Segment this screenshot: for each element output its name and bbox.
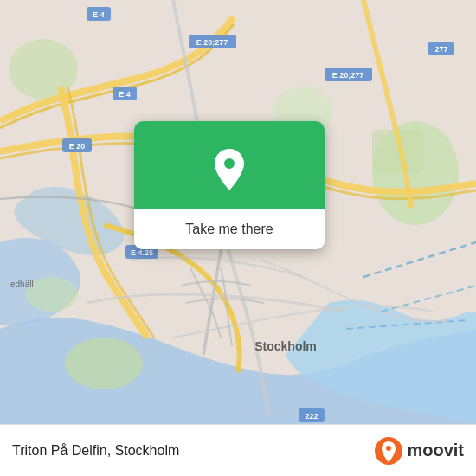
- card-green-area: [134, 121, 325, 209]
- svg-text:E 20;277: E 20;277: [332, 71, 364, 80]
- svg-text:277: 277: [434, 45, 447, 54]
- moovit-logo: moovit: [374, 436, 464, 466]
- svg-text:Stockholm: Stockholm: [254, 339, 317, 353]
- bottom-bar: Triton På Delfin, Stockholm moovit: [0, 424, 476, 476]
- map-container: E 4 E 4 E 20 E 4.25 E 20;277 E 20;277 27…: [0, 0, 476, 424]
- svg-point-8: [65, 338, 143, 389]
- take-me-there-card: Take me there: [134, 121, 325, 249]
- take-me-there-button[interactable]: Take me there: [134, 209, 325, 249]
- moovit-brand-icon: [374, 436, 403, 466]
- svg-text:E 20: E 20: [69, 142, 86, 151]
- svg-point-9: [26, 277, 78, 312]
- svg-text:E 4.25: E 4.25: [131, 248, 153, 257]
- location-pin-icon: [205, 145, 254, 194]
- svg-text:E 20;277: E 20;277: [196, 38, 228, 47]
- svg-text:E 4: E 4: [119, 90, 131, 99]
- place-name: Triton På Delfin, Stockholm: [12, 443, 179, 459]
- svg-text:edhäll: edhäll: [10, 280, 34, 289]
- svg-text:222: 222: [305, 412, 318, 421]
- svg-text:E 4: E 4: [93, 10, 105, 19]
- moovit-text: moovit: [407, 441, 464, 460]
